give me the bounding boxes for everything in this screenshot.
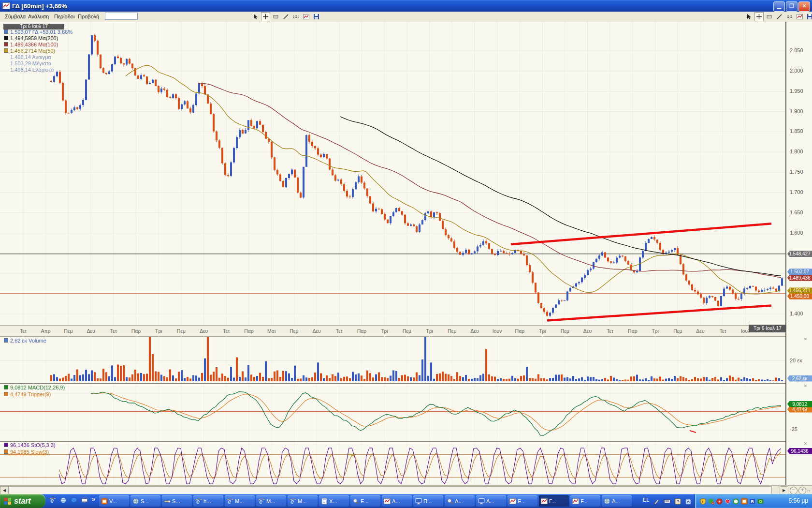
red-dot-icon[interactable]: [716, 498, 723, 504]
browser-icon[interactable]: [60, 497, 68, 505]
show-desktop-icon[interactable]: [81, 497, 89, 505]
start-button[interactable]: start: [0, 494, 45, 508]
zoom-out-button[interactable]: −: [790, 487, 798, 494]
stochastic-slow-legend: 94,1985 Slow(3): [4, 449, 49, 455]
task-button-F[interactable]: F...: [570, 495, 600, 507]
language-indicator[interactable]: EL: [643, 497, 649, 503]
trendline-tool[interactable]: [281, 12, 290, 21]
macd-badge: 9,0812: [787, 401, 812, 407]
price-chart[interactable]: [0, 22, 785, 325]
task-button-A[interactable]: A...: [445, 495, 475, 507]
task-button-X[interactable]: X...: [319, 495, 349, 507]
task-button-M[interactable]: eM...: [288, 495, 318, 507]
macd-chart[interactable]: [0, 383, 785, 440]
blue-chip-icon[interactable]: R: [749, 498, 755, 504]
task-button-M[interactable]: eM...: [225, 495, 255, 507]
help-icon[interactable]: ?: [675, 498, 681, 504]
quick-launch-chevron[interactable]: »: [92, 496, 95, 503]
dotted-line-tool[interactable]: [291, 12, 301, 21]
region-tool[interactable]: [765, 12, 774, 21]
menu-Προβολή[interactable]: Προβολή: [75, 12, 102, 22]
task-button-S[interactable]: S...: [162, 495, 192, 507]
pointer-tool[interactable]: [744, 12, 754, 21]
chart-type-tool[interactable]: [795, 12, 804, 21]
svg-text:R: R: [751, 499, 754, 504]
panel-close-icon[interactable]: ✕: [803, 441, 808, 447]
task-button-Γ[interactable]: Γ...: [539, 495, 569, 507]
keyboard-icon[interactable]: [664, 498, 670, 504]
time-label: Παρ: [515, 326, 525, 336]
task-button-A[interactable]: A...: [382, 495, 412, 507]
stochastic-chart[interactable]: [0, 441, 785, 486]
close-button[interactable]: ✕: [798, 1, 810, 12]
nvidia-icon[interactable]: [757, 498, 764, 504]
task-label: A...: [392, 498, 400, 504]
pen-icon[interactable]: [653, 498, 660, 504]
task-button-V[interactable]: V...: [99, 495, 129, 507]
zoom-in-button[interactable]: +: [798, 487, 806, 494]
ring-icon[interactable]: [733, 498, 739, 504]
chevron-up-icon[interactable]: [685, 498, 692, 504]
menu-Περίοδοι[interactable]: Περίοδοι: [51, 12, 77, 22]
legend-square: [4, 30, 8, 34]
save-tool[interactable]: [805, 12, 812, 21]
price-badge: 1.548,427: [787, 251, 812, 257]
task-label: X...: [329, 498, 337, 504]
app-orange-icon: [101, 498, 108, 505]
price-axis-label: 1.600: [790, 230, 803, 236]
time-label: Τρι: [155, 326, 162, 336]
restore-button[interactable]: ❐: [786, 1, 798, 12]
task-button-E[interactable]: E...: [508, 495, 537, 507]
price-axis-label: 1.850: [790, 128, 803, 134]
horizontal-scrollbar[interactable]: ◀ ▶ − + ↔: [0, 485, 812, 494]
task-button-E[interactable]: E...: [350, 495, 380, 507]
chart-icon: [509, 498, 516, 505]
time-axis: ΤετΑπρΠεμΔευΤετΠαρΤριΠεμΔευΤετΠαρΜαιΠεμΔ…: [0, 325, 785, 337]
dotted-line-tool[interactable]: [785, 12, 794, 21]
app-orange-icon[interactable]: [741, 498, 747, 504]
time-label: Τετ: [607, 326, 613, 336]
legend-row: 1.456,2714 Μα(50): [4, 48, 55, 54]
ie-icon[interactable]: e: [49, 497, 58, 505]
panel-close-icon[interactable]: ✕: [803, 337, 808, 342]
crosshair-tool[interactable]: [261, 12, 270, 21]
time-label: Τρι: [539, 326, 546, 336]
task-button-M[interactable]: eM...: [256, 495, 286, 507]
price-axis-label: 1.800: [790, 149, 803, 154]
green-x-icon[interactable]: [708, 498, 714, 504]
symbol-input[interactable]: [105, 13, 138, 20]
title-bar: ΓΔ [60min] +3,66% ▁ ❐ ✕: [0, 0, 812, 12]
heart-icon[interactable]: [725, 498, 731, 504]
time-label: Δευ: [87, 326, 95, 336]
save-tool[interactable]: [312, 12, 321, 21]
svg-text:?: ?: [677, 499, 680, 504]
task-button-A[interactable]: A...: [602, 495, 632, 507]
task-button-h[interactable]: eh...: [193, 495, 223, 507]
scrollbar-thumb[interactable]: [8, 486, 772, 494]
pointer-tool[interactable]: [251, 12, 260, 21]
task-button-A[interactable]: A...: [476, 495, 506, 507]
shield-icon[interactable]: !: [700, 498, 706, 504]
minimize-button[interactable]: ▁: [773, 1, 785, 12]
volume-legend: 2,62 εκ Volume: [4, 338, 46, 344]
crosshair-tool[interactable]: [754, 12, 764, 21]
task-button-S[interactable]: S...: [130, 495, 160, 507]
menu-Ανάλυση[interactable]: Ανάλυση: [25, 12, 52, 22]
price-badge: 1.503,07: [787, 269, 812, 275]
fit-width-icon[interactable]: ↔: [806, 487, 811, 493]
region-tool[interactable]: [271, 12, 280, 21]
time-label: Πεμ: [403, 326, 411, 336]
messenger-icon[interactable]: [71, 497, 79, 505]
panel-close-icon[interactable]: ✕: [803, 384, 808, 389]
task-button-Π[interactable]: Π...: [413, 495, 443, 507]
legend-square: [4, 338, 8, 343]
task-label: h...: [203, 498, 211, 504]
task-label: A...: [455, 498, 463, 504]
volume-chart[interactable]: [0, 336, 785, 382]
task-label: M...: [298, 498, 306, 504]
chart-icon: [572, 498, 579, 505]
chart-type-tool[interactable]: [302, 12, 311, 21]
menu-Σύμβολα[interactable]: Σύμβολα: [2, 12, 29, 22]
trendline-tool[interactable]: [775, 12, 784, 21]
time-label: Τετ: [720, 326, 726, 336]
